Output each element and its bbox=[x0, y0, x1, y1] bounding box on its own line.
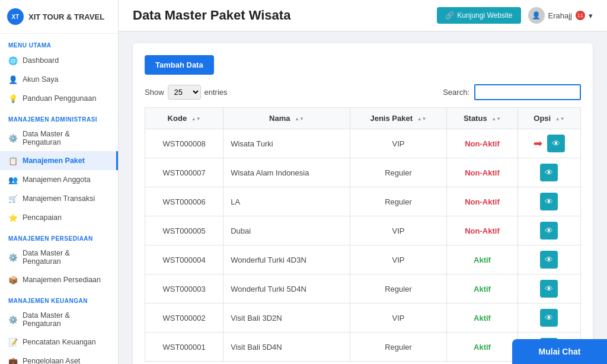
table-row: WST000007 Wisata Alam Indonesia Reguler … bbox=[145, 158, 581, 187]
package-icon: 📋 bbox=[8, 156, 18, 165]
view-button[interactable]: 👁 bbox=[540, 309, 558, 327]
notification-badge: 11 bbox=[576, 11, 585, 20]
chevron-down-icon: ▾ bbox=[589, 11, 593, 20]
col-kode: Kode ▲▼ bbox=[145, 108, 223, 129]
sidebar-item-data-master-keuangan[interactable]: ⚙️ Data Master & Pengaturan bbox=[0, 306, 118, 333]
cell-nama: Dubai bbox=[223, 216, 350, 245]
sidebar-item-pencatatan-keuangan[interactable]: 📝 Pencatatan Keuangan bbox=[0, 333, 118, 352]
cell-kode: WST000001 bbox=[145, 333, 223, 362]
search-input[interactable] bbox=[474, 84, 581, 100]
avatar: 👤 bbox=[528, 7, 545, 24]
cell-status: Non-Aktif bbox=[447, 216, 518, 245]
sidebar-item-manajemen-anggota[interactable]: 👥 Manajemen Anggota bbox=[0, 170, 118, 189]
cell-jenis: Reguler bbox=[350, 158, 446, 187]
cell-status: Non-Aktif bbox=[447, 158, 518, 187]
cell-nama: LA bbox=[223, 187, 350, 216]
sidebar-item-manajemen-paket[interactable]: 📋 Manajemen Paket bbox=[0, 151, 118, 170]
cell-opsi: ➡👁 bbox=[517, 129, 580, 158]
col-status: Status ▲▼ bbox=[447, 108, 518, 129]
cell-opsi: 👁 bbox=[517, 158, 580, 187]
user-profile[interactable]: 👤 Erahajj 11 ▾ bbox=[528, 7, 593, 24]
cell-jenis: VIP bbox=[350, 129, 446, 158]
sidebar-label-keuangan: Pencatatan Keuangan bbox=[23, 338, 96, 346]
cell-kode: WST000004 bbox=[145, 245, 223, 274]
sidebar-item-manajemen-persediaan[interactable]: 📦 Manajemen Persediaan bbox=[0, 270, 118, 289]
table-row: WST000002 Visit Bali 3D2N VIP Aktif 👁 bbox=[145, 304, 581, 333]
highlight-arrow-icon: ➡ bbox=[533, 137, 542, 150]
table-row: WST000005 Dubai VIP Non-Aktif 👁 bbox=[145, 216, 581, 245]
cell-status: Aktif bbox=[447, 304, 518, 333]
visit-label: Kunjungi Website bbox=[457, 11, 512, 20]
sort-jenis-icon[interactable]: ▲▼ bbox=[417, 116, 427, 122]
sidebar-label-transaksi: Manajemen Transaksi bbox=[23, 194, 95, 203]
sidebar-label-manajemen-paket: Manajemen Paket bbox=[23, 157, 85, 165]
settings-icon3: ⚙️ bbox=[8, 315, 18, 324]
sort-kode-icon[interactable]: ▲▼ bbox=[191, 116, 201, 122]
cell-nama: Wisata Alam Indonesia bbox=[223, 158, 350, 187]
col-opsi: Opsi ▲▼ bbox=[517, 108, 580, 129]
cell-jenis: Reguler bbox=[350, 274, 446, 304]
sidebar-label-akun: Akun Saya bbox=[23, 75, 58, 84]
view-button[interactable]: 👁 bbox=[547, 135, 565, 152]
cell-nama: Wisata Turki bbox=[223, 129, 350, 158]
table-row: WST000008 Wisata Turki VIP Non-Aktif ➡👁 bbox=[145, 129, 581, 158]
username: Erahajj bbox=[548, 11, 572, 20]
section-manajemen-admin: MANAJEMEN ADMINISTRASI bbox=[0, 108, 118, 125]
entries-select[interactable]: 25 10 50 100 bbox=[168, 85, 201, 100]
cell-kode: WST000003 bbox=[145, 274, 223, 304]
chat-button[interactable]: Mulai Chat bbox=[512, 339, 607, 364]
view-button[interactable]: 👁 bbox=[540, 222, 558, 240]
sidebar-label-panduan: Panduan Penggunaan bbox=[23, 94, 96, 103]
app-name: XIT TOUR & TRAVEL bbox=[28, 12, 104, 21]
view-button[interactable]: 👁 bbox=[540, 251, 558, 269]
sidebar-item-manajemen-transaksi[interactable]: 🛒 Manajemen Transaksi bbox=[0, 189, 118, 208]
cell-kode: WST000006 bbox=[145, 187, 223, 216]
sort-status-icon[interactable]: ▲▼ bbox=[491, 116, 501, 122]
dashboard-icon: 🌐 bbox=[8, 56, 18, 65]
members-icon: 👥 bbox=[8, 175, 18, 184]
search-label: Search: bbox=[443, 88, 469, 97]
topbar: Data Master Paket Wisata 🔗 Kunjungi Webs… bbox=[119, 0, 607, 31]
sort-opsi-icon[interactable]: ▲▼ bbox=[555, 116, 565, 122]
achievement-icon: ⭐ bbox=[8, 213, 18, 222]
show-entries: Show 25 10 50 100 entries bbox=[145, 85, 228, 100]
col-jenis-paket: Jenis Paket ▲▼ bbox=[350, 108, 446, 129]
table-controls: Show 25 10 50 100 entries Search: bbox=[145, 84, 581, 100]
table-row: WST000004 Wonderful Turki 4D3N VIP Aktif… bbox=[145, 245, 581, 274]
sidebar-item-pengelolaan-aset[interactable]: 💼 Pengelolaan Aset bbox=[0, 352, 118, 364]
sidebar-item-dashboard[interactable]: 🌐 Dashboard bbox=[0, 51, 118, 70]
visit-website-button[interactable]: 🔗 Kunjungi Website bbox=[437, 7, 520, 24]
content-area: Tambah Data Show 25 10 50 100 entries Se… bbox=[119, 31, 607, 364]
finance-icon: 📝 bbox=[8, 337, 18, 347]
show-label: Show bbox=[145, 88, 164, 97]
table-header: Kode ▲▼ Nama ▲▼ Jenis Paket ▲▼ Status bbox=[145, 108, 581, 129]
sidebar-label-pencapaian: Pencapaian bbox=[23, 213, 62, 222]
section-manajemen-persediaan: MANAJEMEN PERSEDIAAN bbox=[0, 227, 118, 244]
view-button[interactable]: 👁 bbox=[540, 193, 558, 210]
sidebar-item-akun-saya[interactable]: 👤 Akun Saya bbox=[0, 70, 118, 89]
sidebar-item-pencapaian[interactable]: ⭐ Pencapaian bbox=[0, 208, 118, 227]
sidebar-item-panduan[interactable]: 💡 Panduan Penggunaan bbox=[0, 89, 118, 108]
sidebar-item-data-master-admin[interactable]: ⚙️ Data Master & Pengaturan bbox=[0, 125, 118, 151]
cell-kode: WST000005 bbox=[145, 216, 223, 245]
cell-jenis: VIP bbox=[350, 216, 446, 245]
table-row: WST000006 LA Reguler Non-Aktif 👁 bbox=[145, 187, 581, 216]
sort-nama-icon[interactable]: ▲▼ bbox=[295, 116, 304, 122]
transaction-icon: 🛒 bbox=[8, 194, 18, 203]
sidebar-logo: XT XIT TOUR & TRAVEL bbox=[0, 0, 118, 34]
cell-jenis: VIP bbox=[350, 304, 446, 333]
search-box: Search: bbox=[443, 84, 581, 100]
cell-kode: WST000002 bbox=[145, 304, 223, 333]
tambah-data-button[interactable]: Tambah Data bbox=[145, 55, 214, 75]
main-content: Data Master Paket Wisata 🔗 Kunjungi Webs… bbox=[119, 0, 607, 364]
view-button[interactable]: 👁 bbox=[540, 280, 558, 298]
topbar-right: 🔗 Kunjungi Website 👤 Erahajj 11 ▾ bbox=[437, 7, 593, 24]
cell-status: Aktif bbox=[447, 274, 518, 304]
sidebar: XT XIT TOUR & TRAVEL MENU UTAMA 🌐 Dashbo… bbox=[0, 0, 119, 364]
user-icon: 👤 bbox=[8, 75, 18, 84]
sidebar-item-data-master-persediaan[interactable]: ⚙️ Data Master & Pengaturan bbox=[0, 244, 118, 270]
entries-label: entries bbox=[205, 88, 228, 97]
sidebar-label-aset: Pengelolaan Aset bbox=[23, 357, 80, 364]
sidebar-label-dashboard: Dashboard bbox=[23, 56, 59, 65]
view-button[interactable]: 👁 bbox=[540, 164, 558, 181]
